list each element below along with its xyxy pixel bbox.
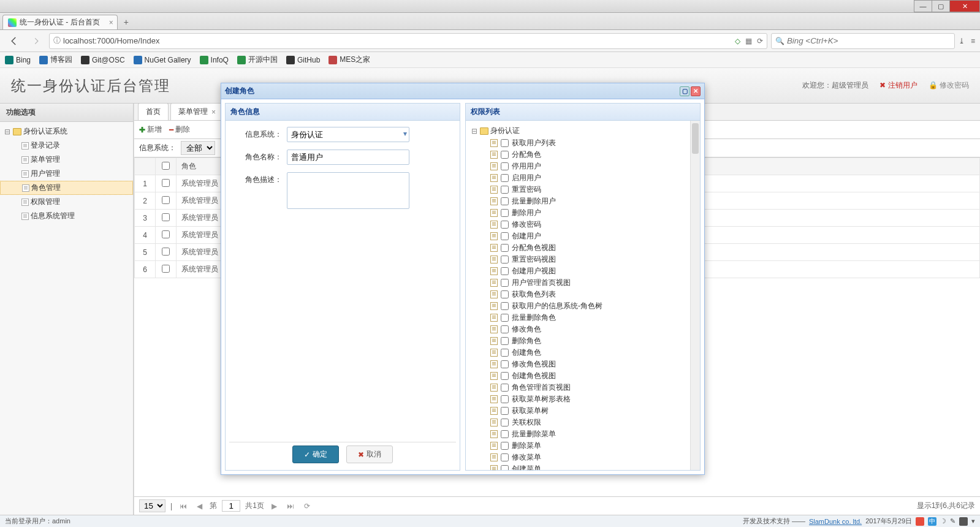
bookmark-icon bbox=[237, 56, 246, 64]
browser-tab-bar: 统一身份认证 - 后台首页 × + bbox=[0, 13, 980, 30]
bookmark-icon bbox=[200, 56, 208, 64]
downloads-icon[interactable]: ⤓ bbox=[959, 37, 965, 45]
bookmark-item[interactable]: GitHub bbox=[286, 56, 320, 64]
bookmark-label: NuGet Gallery bbox=[145, 56, 191, 64]
bookmark-item[interactable]: MES之家 bbox=[329, 55, 370, 65]
bookmark-icon bbox=[329, 56, 337, 64]
qr-icon[interactable]: ▦ bbox=[745, 37, 752, 45]
bookmark-item[interactable]: InfoQ bbox=[200, 56, 229, 64]
search-input[interactable] bbox=[787, 36, 951, 45]
bookmark-item[interactable]: Git@OSC bbox=[81, 56, 125, 64]
tab-close-icon[interactable]: × bbox=[109, 18, 113, 27]
back-button[interactable] bbox=[5, 33, 23, 49]
bookmark-item[interactable]: 开源中国 bbox=[237, 55, 278, 65]
browser-nav-bar: ⓘ ◇ ▦ ⟳ 🔍 ⤓ ≡ bbox=[0, 30, 980, 52]
bookmark-label: Bing bbox=[16, 56, 31, 64]
shield-icon[interactable]: ◇ bbox=[735, 37, 740, 45]
search-bar[interactable]: 🔍 bbox=[771, 33, 955, 49]
bookmark-icon bbox=[5, 56, 13, 64]
window-minimize-button[interactable]: — bbox=[914, 0, 932, 12]
menu-icon[interactable]: ≡ bbox=[971, 37, 975, 45]
bookmark-item[interactable]: NuGet Gallery bbox=[134, 56, 191, 64]
bookmarks-bar: Bing博客园Git@OSCNuGet GalleryInfoQ开源中国GitH… bbox=[0, 52, 980, 68]
bookmark-label: 博客园 bbox=[50, 55, 72, 65]
bookmark-label: GitHub bbox=[297, 56, 320, 64]
url-bar[interactable]: ⓘ ◇ ▦ ⟳ bbox=[49, 33, 767, 49]
browser-tab[interactable]: 统一身份认证 - 后台首页 × bbox=[2, 15, 118, 29]
bookmark-label: InfoQ bbox=[211, 56, 229, 64]
bookmark-icon bbox=[134, 56, 142, 64]
favicon bbox=[8, 18, 17, 27]
forward-button[interactable] bbox=[27, 33, 45, 49]
bookmark-item[interactable]: 博客园 bbox=[39, 55, 72, 65]
url-input[interactable] bbox=[63, 36, 732, 45]
search-icon: 🔍 bbox=[775, 37, 784, 45]
window-close-button[interactable]: ✕ bbox=[949, 0, 980, 12]
reload-icon[interactable]: ⟳ bbox=[757, 37, 763, 45]
window-maximize-button[interactable]: ▢ bbox=[932, 0, 950, 12]
bookmark-label: Git@OSC bbox=[92, 56, 125, 64]
bookmark-label: MES之家 bbox=[340, 55, 370, 65]
bookmark-item[interactable]: Bing bbox=[5, 56, 31, 64]
window-titlebar: — ▢ ✕ bbox=[0, 0, 980, 13]
browser-tab-title: 统一身份认证 - 后台首页 bbox=[20, 17, 100, 28]
new-tab-button[interactable]: + bbox=[118, 15, 135, 29]
bookmark-icon bbox=[39, 56, 48, 64]
bookmark-icon bbox=[286, 56, 295, 64]
site-info-icon[interactable]: ⓘ bbox=[53, 36, 61, 46]
bookmark-label: 开源中国 bbox=[248, 55, 278, 65]
bookmark-icon bbox=[81, 56, 89, 64]
